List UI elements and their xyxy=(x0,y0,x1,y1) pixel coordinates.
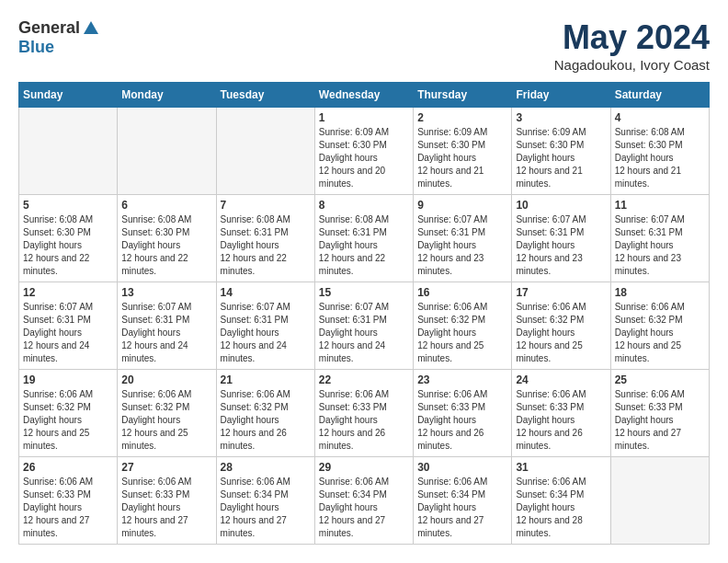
calendar-cell: 12 Sunrise: 6:07 AM Sunset: 6:31 PM Dayl… xyxy=(19,282,118,370)
calendar-cell: 31 Sunrise: 6:06 AM Sunset: 6:34 PM Dayl… xyxy=(512,457,610,545)
calendar-cell: 19 Sunrise: 6:06 AM Sunset: 6:32 PM Dayl… xyxy=(19,370,118,457)
day-info: Sunrise: 6:06 AM Sunset: 6:32 PM Dayligh… xyxy=(121,388,211,453)
calendar-cell: 28 Sunrise: 6:06 AM Sunset: 6:34 PM Dayl… xyxy=(216,457,314,545)
day-info: Sunrise: 6:06 AM Sunset: 6:33 PM Dayligh… xyxy=(121,476,211,540)
calendar-cell: 26 Sunrise: 6:06 AM Sunset: 6:33 PM Dayl… xyxy=(19,457,118,545)
day-info: Sunrise: 6:06 AM Sunset: 6:34 PM Dayligh… xyxy=(221,476,311,540)
calendar-cell: 3 Sunrise: 6:09 AM Sunset: 6:30 PM Dayli… xyxy=(512,108,610,195)
day-info: Sunrise: 6:06 AM Sunset: 6:33 PM Dayligh… xyxy=(417,388,507,453)
calendar-cell: 14 Sunrise: 6:07 AM Sunset: 6:31 PM Dayl… xyxy=(216,282,314,370)
day-number: 22 xyxy=(319,373,409,386)
day-info: Sunrise: 6:06 AM Sunset: 6:33 PM Dayligh… xyxy=(319,388,409,453)
calendar-cell: 5 Sunrise: 6:08 AM Sunset: 6:30 PM Dayli… xyxy=(19,195,118,282)
weekday-header-tuesday: Tuesday xyxy=(216,83,314,108)
day-number: 31 xyxy=(516,461,606,474)
day-info: Sunrise: 6:09 AM Sunset: 6:30 PM Dayligh… xyxy=(417,126,507,190)
calendar-cell: 17 Sunrise: 6:06 AM Sunset: 6:32 PM Dayl… xyxy=(512,282,610,370)
day-info: Sunrise: 6:07 AM Sunset: 6:31 PM Dayligh… xyxy=(615,213,705,278)
svg-marker-0 xyxy=(84,21,98,34)
calendar-week-row: 19 Sunrise: 6:06 AM Sunset: 6:32 PM Dayl… xyxy=(19,370,710,457)
day-number: 6 xyxy=(121,199,211,212)
weekday-header-sunday: Sunday xyxy=(19,83,118,108)
calendar-cell: 27 Sunrise: 6:06 AM Sunset: 6:33 PM Dayl… xyxy=(118,457,216,545)
weekday-header-wednesday: Wednesday xyxy=(314,83,413,108)
location-text: Nagadoukou, Ivory Coast xyxy=(554,57,710,73)
day-info: Sunrise: 6:06 AM Sunset: 6:32 PM Dayligh… xyxy=(417,301,507,365)
calendar-week-row: 5 Sunrise: 6:08 AM Sunset: 6:30 PM Dayli… xyxy=(19,195,710,282)
day-number: 23 xyxy=(417,373,507,386)
day-number: 14 xyxy=(221,286,311,299)
day-number: 21 xyxy=(221,373,311,386)
day-info: Sunrise: 6:06 AM Sunset: 6:32 PM Dayligh… xyxy=(615,301,705,365)
calendar-cell xyxy=(19,108,118,195)
day-info: Sunrise: 6:07 AM Sunset: 6:31 PM Dayligh… xyxy=(417,213,507,278)
logo-icon xyxy=(82,19,100,38)
day-number: 11 xyxy=(615,199,705,212)
weekday-header-saturday: Saturday xyxy=(610,83,709,108)
calendar-cell xyxy=(118,108,216,195)
logo-general-text: General xyxy=(18,18,80,38)
calendar-week-row: 1 Sunrise: 6:09 AM Sunset: 6:30 PM Dayli… xyxy=(19,108,710,195)
calendar-cell: 24 Sunrise: 6:06 AM Sunset: 6:33 PM Dayl… xyxy=(512,370,610,457)
logo-blue-text: Blue xyxy=(18,38,54,56)
day-info: Sunrise: 6:06 AM Sunset: 6:34 PM Dayligh… xyxy=(319,476,409,540)
day-number: 12 xyxy=(23,286,113,299)
day-info: Sunrise: 6:06 AM Sunset: 6:32 PM Dayligh… xyxy=(23,388,113,453)
day-info: Sunrise: 6:07 AM Sunset: 6:31 PM Dayligh… xyxy=(319,301,409,365)
calendar-cell: 11 Sunrise: 6:07 AM Sunset: 6:31 PM Dayl… xyxy=(610,195,709,282)
day-number: 10 xyxy=(516,199,606,212)
day-number: 2 xyxy=(417,111,507,124)
calendar-cell: 13 Sunrise: 6:07 AM Sunset: 6:31 PM Dayl… xyxy=(118,282,216,370)
calendar-cell: 20 Sunrise: 6:06 AM Sunset: 6:32 PM Dayl… xyxy=(118,370,216,457)
calendar-cell: 30 Sunrise: 6:06 AM Sunset: 6:34 PM Dayl… xyxy=(414,457,512,545)
weekday-header-friday: Friday xyxy=(512,83,610,108)
day-number: 20 xyxy=(121,373,211,386)
day-number: 8 xyxy=(319,199,409,212)
page-header: General Blue May 2024 Nagadoukou, Ivory … xyxy=(18,18,710,73)
day-info: Sunrise: 6:08 AM Sunset: 6:30 PM Dayligh… xyxy=(23,213,113,278)
day-number: 19 xyxy=(23,373,113,386)
day-number: 4 xyxy=(615,111,705,124)
day-number: 9 xyxy=(417,199,507,212)
day-number: 26 xyxy=(23,461,113,474)
calendar-cell: 16 Sunrise: 6:06 AM Sunset: 6:32 PM Dayl… xyxy=(414,282,512,370)
day-info: Sunrise: 6:06 AM Sunset: 6:34 PM Dayligh… xyxy=(417,476,507,540)
day-info: Sunrise: 6:08 AM Sunset: 6:31 PM Dayligh… xyxy=(319,213,409,278)
day-number: 13 xyxy=(121,286,211,299)
calendar-cell xyxy=(216,108,314,195)
day-number: 15 xyxy=(319,286,409,299)
day-info: Sunrise: 6:07 AM Sunset: 6:31 PM Dayligh… xyxy=(516,213,606,278)
day-number: 17 xyxy=(516,286,606,299)
weekday-header-row: SundayMondayTuesdayWednesdayThursdayFrid… xyxy=(19,83,710,108)
calendar-cell: 21 Sunrise: 6:06 AM Sunset: 6:32 PM Dayl… xyxy=(216,370,314,457)
day-number: 16 xyxy=(417,286,507,299)
calendar-table: SundayMondayTuesdayWednesdayThursdayFrid… xyxy=(18,82,710,545)
calendar-cell: 7 Sunrise: 6:08 AM Sunset: 6:31 PM Dayli… xyxy=(216,195,314,282)
calendar-cell: 6 Sunrise: 6:08 AM Sunset: 6:30 PM Dayli… xyxy=(118,195,216,282)
day-number: 5 xyxy=(23,199,113,212)
day-number: 29 xyxy=(319,461,409,474)
day-info: Sunrise: 6:07 AM Sunset: 6:31 PM Dayligh… xyxy=(23,301,113,365)
day-number: 27 xyxy=(121,461,211,474)
day-number: 28 xyxy=(221,461,311,474)
calendar-cell: 8 Sunrise: 6:08 AM Sunset: 6:31 PM Dayli… xyxy=(314,195,413,282)
calendar-cell: 10 Sunrise: 6:07 AM Sunset: 6:31 PM Dayl… xyxy=(512,195,610,282)
month-title: May 2024 xyxy=(554,18,710,57)
day-number: 1 xyxy=(319,111,409,124)
calendar-cell: 4 Sunrise: 6:08 AM Sunset: 6:30 PM Dayli… xyxy=(610,108,709,195)
calendar-cell: 18 Sunrise: 6:06 AM Sunset: 6:32 PM Dayl… xyxy=(610,282,709,370)
calendar-cell: 2 Sunrise: 6:09 AM Sunset: 6:30 PM Dayli… xyxy=(414,108,512,195)
calendar-week-row: 26 Sunrise: 6:06 AM Sunset: 6:33 PM Dayl… xyxy=(19,457,710,545)
day-info: Sunrise: 6:07 AM Sunset: 6:31 PM Dayligh… xyxy=(121,301,211,365)
day-number: 3 xyxy=(516,111,606,124)
day-info: Sunrise: 6:06 AM Sunset: 6:33 PM Dayligh… xyxy=(23,476,113,540)
day-info: Sunrise: 6:08 AM Sunset: 6:31 PM Dayligh… xyxy=(221,213,311,278)
calendar-cell: 23 Sunrise: 6:06 AM Sunset: 6:33 PM Dayl… xyxy=(414,370,512,457)
day-number: 18 xyxy=(615,286,705,299)
weekday-header-monday: Monday xyxy=(118,83,216,108)
calendar-cell: 15 Sunrise: 6:07 AM Sunset: 6:31 PM Dayl… xyxy=(314,282,413,370)
day-number: 24 xyxy=(516,373,606,386)
day-info: Sunrise: 6:06 AM Sunset: 6:34 PM Dayligh… xyxy=(516,476,606,540)
day-info: Sunrise: 6:06 AM Sunset: 6:33 PM Dayligh… xyxy=(615,388,705,453)
day-info: Sunrise: 6:09 AM Sunset: 6:30 PM Dayligh… xyxy=(516,126,606,190)
